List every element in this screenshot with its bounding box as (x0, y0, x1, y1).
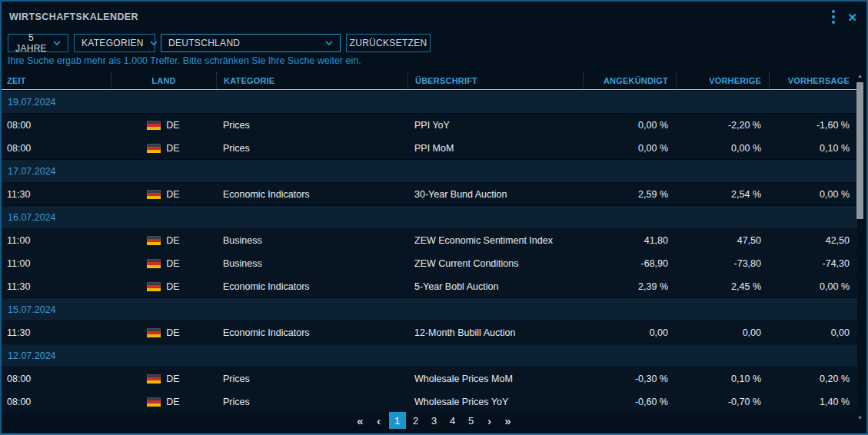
event-row[interactable]: 08:00DEPricesWholesale Prices MoM-0,30 %… (2, 367, 857, 390)
column-header-vorhersage[interactable]: VORHERSAGE (769, 72, 857, 89)
titlebar-actions: ✕ (830, 8, 866, 27)
headline-cell: PPI YoY (407, 120, 583, 131)
previous-cell: -2,20 % (676, 120, 769, 131)
germany-flag-icon (147, 190, 161, 199)
prev-page-button[interactable]: ‹ (371, 412, 387, 429)
chevron-down-icon (150, 41, 158, 45)
page-button-3[interactable]: 3 (426, 412, 443, 429)
category-cell: Business (216, 235, 407, 246)
scrollbar-thumb[interactable] (856, 82, 863, 219)
period-dropdown[interactable]: 5 JAHRE (8, 34, 68, 52)
previous-cell: 0,00 (676, 327, 769, 338)
previous-cell: 0,10 % (676, 374, 769, 384)
category-cell: Business (216, 258, 407, 269)
country-cell: DE (111, 397, 216, 407)
event-row[interactable]: 08:00DEPricesPPI YoY0,00 %-2,20 %-1,60 % (2, 113, 857, 136)
headline-cell: Wholesale Prices YoY (407, 397, 583, 407)
category-cell: Prices (216, 397, 407, 407)
germany-flag-icon (147, 397, 161, 407)
forecast-cell: 0,20 % (769, 374, 857, 384)
category-cell: Economic Indicators (216, 281, 407, 292)
country-code: DE (166, 120, 179, 131)
column-header-land[interactable]: LAND (111, 72, 216, 89)
page-button-2[interactable]: 2 (407, 412, 424, 429)
country-cell: DE (111, 258, 216, 269)
date-group-row: 19.07.2024 (2, 90, 857, 113)
headline-cell: Wholesale Prices MoM (407, 374, 583, 384)
announced-cell: 0,00 % (583, 143, 676, 154)
chevron-down-icon (53, 41, 61, 45)
time-cell: 11:30 (2, 281, 111, 292)
forecast-cell: 0,00 % (769, 281, 857, 292)
column-header-zeit[interactable]: ZEIT (2, 72, 111, 89)
event-row[interactable]: 11:30DEEconomic Indicators5-Year Bobl Au… (2, 274, 857, 297)
forecast-cell: 0,00 % (769, 189, 857, 200)
search-result-notice: Ihre Suche ergab mehr als 1.000 Treffer.… (8, 55, 361, 66)
time-cell: 11:00 (2, 235, 111, 246)
column-header-angekuendigt[interactable]: ANGEKÜNDIGT (583, 72, 676, 89)
date-label: 12.07.2024 (8, 350, 56, 361)
forecast-cell: 0,10 % (769, 143, 857, 154)
country-code: DE (166, 143, 179, 154)
country-dropdown-value: DEUTSCHLAND (168, 38, 240, 48)
last-page-button[interactable]: » (500, 412, 517, 429)
previous-cell: 2,45 % (676, 281, 769, 292)
kebab-menu-icon[interactable] (830, 8, 836, 27)
previous-cell: 0,00 % (676, 143, 769, 154)
close-icon[interactable]: ✕ (847, 12, 857, 23)
pagination: « ‹ 12345 › » (2, 409, 866, 432)
country-dropdown[interactable]: DEUTSCHLAND (161, 34, 341, 52)
headline-cell: PPI MoM (407, 143, 583, 154)
time-cell: 08:00 (2, 120, 111, 131)
germany-flag-icon (147, 236, 161, 245)
forecast-cell: -74,30 (769, 258, 857, 269)
date-group-row: 17.07.2024 (2, 159, 857, 182)
event-row[interactable]: 11:00DEBusinessZEW Economic Sentiment In… (2, 228, 857, 251)
calendar-table-body: 19.07.202408:00DEPricesPPI YoY0,00 %-2,2… (2, 90, 857, 413)
economic-calendar-widget: WIRTSCHAFTSKALENDER ✕ 5 JAHRE KATEGORIEN… (0, 0, 868, 435)
titlebar: WIRTSCHAFTSKALENDER ✕ (2, 2, 866, 32)
event-row[interactable]: 11:30DEEconomic Indicators12-Month Bubil… (2, 320, 857, 344)
forecast-cell: -1,60 % (769, 120, 857, 131)
announced-cell: -0,60 % (583, 397, 676, 407)
categories-dropdown[interactable]: KATEGORIEN (74, 34, 155, 52)
germany-flag-icon (147, 121, 161, 130)
date-group-row: 16.07.2024 (2, 205, 857, 228)
scroll-up-arrow-icon[interactable]: ▲ (856, 73, 864, 78)
pagination-pages: 12345 (389, 412, 480, 429)
country-code: DE (166, 397, 179, 407)
category-cell: Prices (216, 374, 407, 384)
filter-bar: 5 JAHRE KATEGORIEN DEUTSCHLAND ZURÜCKSET… (8, 34, 431, 52)
event-row[interactable]: 08:00DEPricesPPI MoM0,00 %0,00 %0,10 % (2, 136, 857, 159)
reset-button[interactable]: ZURÜCKSETZEN (346, 34, 431, 52)
chevron-down-icon (325, 41, 333, 45)
vertical-scrollbar[interactable]: ▲ ▼ (856, 73, 864, 420)
time-cell: 11:30 (2, 189, 111, 200)
category-cell: Economic Indicators (216, 327, 407, 338)
category-cell: Economic Indicators (216, 189, 407, 200)
category-cell: Prices (216, 120, 407, 131)
date-label: 16.07.2024 (8, 212, 56, 223)
column-header-kategorie[interactable]: KATEGORIE (216, 72, 407, 89)
page-title: WIRTSCHAFTSKALENDER (2, 12, 138, 22)
column-header-ueberschrift[interactable]: ÜBERSCHRIFT (407, 72, 583, 89)
event-row[interactable]: 11:00DEBusinessZEW Current Conditions-68… (2, 251, 857, 274)
date-group-row: 12.07.2024 (2, 344, 857, 367)
page-button-4[interactable]: 4 (444, 412, 461, 429)
announced-cell: 2,59 % (583, 189, 676, 200)
country-cell: DE (111, 374, 216, 384)
headline-cell: ZEW Economic Sentiment Index (407, 235, 583, 246)
announced-cell: 41,80 (583, 235, 676, 246)
previous-cell: -0,70 % (676, 397, 769, 407)
country-code: DE (166, 258, 179, 269)
next-page-button[interactable]: › (481, 412, 498, 429)
column-header-vorherige[interactable]: VORHERIGE (676, 72, 769, 89)
country-cell: DE (111, 120, 216, 131)
previous-cell: -73,80 (676, 258, 769, 269)
page-button-5[interactable]: 5 (463, 412, 480, 429)
first-page-button[interactable]: « (352, 412, 369, 429)
date-label: 17.07.2024 (8, 166, 56, 177)
germany-flag-icon (147, 259, 161, 268)
event-row[interactable]: 11:30DEEconomic Indicators30-Year Bund A… (2, 182, 857, 205)
page-button-1[interactable]: 1 (389, 412, 406, 429)
